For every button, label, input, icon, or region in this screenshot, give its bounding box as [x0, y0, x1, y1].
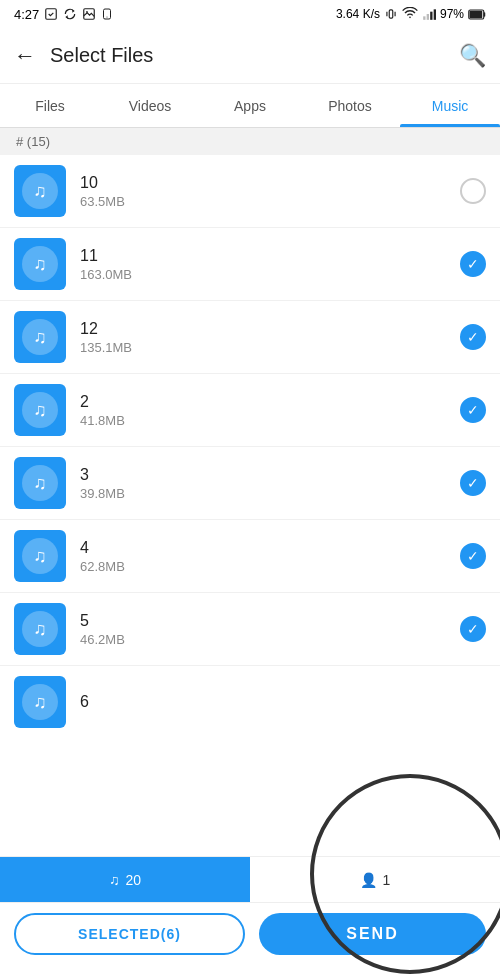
checkbox[interactable]: ✓ — [460, 470, 486, 496]
file-size: 62.8MB — [80, 559, 460, 574]
status-bar: 4:27 3.64 K/s 97% — [0, 0, 500, 28]
bottom-tab-music[interactable]: ♫ 20 — [0, 857, 250, 902]
svg-marker-2 — [66, 15, 68, 19]
back-button[interactable]: ← — [14, 45, 36, 67]
svg-rect-10 — [430, 12, 432, 20]
list-item[interactable]: ♫ 6 — [0, 666, 500, 738]
tab-bar: Files Videos Apps Photos Music — [0, 84, 500, 128]
svg-rect-0 — [46, 9, 57, 20]
music-note-icon: ♫ — [22, 319, 58, 355]
file-icon: ♫ — [14, 238, 66, 290]
file-info: 3 39.8MB — [80, 466, 460, 501]
file-icon: ♫ — [14, 603, 66, 655]
header: ← Select Files 🔍 — [0, 28, 500, 84]
file-icon: ♫ — [14, 311, 66, 363]
phone-icon — [101, 7, 113, 21]
checkbox[interactable] — [460, 178, 486, 204]
bottom-tabs: ♫ 20 👤 1 — [0, 857, 500, 903]
file-info: 4 62.8MB — [80, 539, 460, 574]
file-name: 12 — [80, 320, 460, 338]
gallery-icon — [82, 7, 96, 21]
file-name: 10 — [80, 174, 460, 192]
list-item[interactable]: ♫ 3 39.8MB ✓ — [0, 447, 500, 520]
vibrate-icon — [384, 7, 398, 21]
file-name: 4 — [80, 539, 460, 557]
status-time: 4:27 — [14, 7, 113, 22]
list-item[interactable]: ♫ 12 135.1MB ✓ — [0, 301, 500, 374]
bottom-bar: ♫ 20 👤 1 SELECTED(6) SEND — [0, 856, 500, 976]
music-tab-count: 20 — [125, 872, 141, 888]
music-note-icon: ♫ — [22, 611, 58, 647]
file-icon: ♫ — [14, 457, 66, 509]
bottom-actions: SELECTED(6) SEND — [0, 903, 500, 965]
send-button[interactable]: SEND — [259, 913, 486, 955]
svg-rect-8 — [423, 16, 425, 20]
tab-apps[interactable]: Apps — [200, 84, 300, 127]
music-note-icon: ♫ — [22, 684, 58, 720]
file-size: 163.0MB — [80, 267, 460, 282]
list-item[interactable]: ♫ 11 163.0MB ✓ — [0, 228, 500, 301]
svg-rect-7 — [389, 10, 393, 18]
file-info: 11 163.0MB — [80, 247, 460, 282]
list-item[interactable]: ♫ 5 46.2MB ✓ — [0, 593, 500, 666]
checkbox[interactable]: ✓ — [460, 324, 486, 350]
file-name: 2 — [80, 393, 460, 411]
search-button[interactable]: 🔍 — [459, 43, 486, 69]
tab-photos[interactable]: Photos — [300, 84, 400, 127]
tab-videos[interactable]: Videos — [100, 84, 200, 127]
bottom-tab-contacts[interactable]: 👤 1 — [250, 857, 500, 902]
time-display: 4:27 — [14, 7, 39, 22]
section-header: # (15) — [0, 128, 500, 155]
checkbox[interactable]: ✓ — [460, 397, 486, 423]
svg-point-6 — [107, 17, 108, 18]
tab-music[interactable]: Music — [400, 84, 500, 127]
checkbox[interactable]: ✓ — [460, 616, 486, 642]
wifi-icon — [402, 7, 418, 21]
list-item[interactable]: ♫ 2 41.8MB ✓ — [0, 374, 500, 447]
file-size: 46.2MB — [80, 632, 460, 647]
file-info: 10 63.5MB — [80, 174, 460, 209]
list-item[interactable]: ♫ 10 63.5MB — [0, 155, 500, 228]
status-right: 3.64 K/s 97% — [336, 7, 486, 21]
list-item[interactable]: ♫ 4 62.8MB ✓ — [0, 520, 500, 593]
file-info: 6 — [80, 693, 486, 711]
svg-rect-11 — [434, 9, 436, 19]
file-icon: ♫ — [14, 165, 66, 217]
music-note-icon: ♫ — [22, 173, 58, 209]
file-size: 63.5MB — [80, 194, 460, 209]
file-size: 135.1MB — [80, 340, 460, 355]
file-name: 5 — [80, 612, 460, 630]
music-note-icon: ♫ — [22, 246, 58, 282]
music-note-icon: ♫ — [22, 465, 58, 501]
battery-display: 97% — [440, 7, 464, 21]
contacts-tab-icon: 👤 — [360, 872, 377, 888]
file-size: 41.8MB — [80, 413, 460, 428]
svg-rect-13 — [484, 12, 486, 17]
file-name: 3 — [80, 466, 460, 484]
selected-button[interactable]: SELECTED(6) — [14, 913, 245, 955]
file-list: ♫ 10 63.5MB ♫ 11 163.0MB ✓ ♫ 12 135.1MB … — [0, 155, 500, 853]
file-icon: ♫ — [14, 676, 66, 728]
battery-icon — [468, 9, 486, 20]
music-tab-icon: ♫ — [109, 872, 120, 888]
sync-icon — [63, 7, 77, 21]
music-note-icon: ♫ — [22, 538, 58, 574]
file-info: 2 41.8MB — [80, 393, 460, 428]
page-title: Select Files — [50, 44, 459, 67]
svg-marker-1 — [73, 9, 75, 13]
screenshot-icon — [44, 7, 58, 21]
file-info: 12 135.1MB — [80, 320, 460, 355]
file-name: 11 — [80, 247, 460, 265]
file-name: 6 — [80, 693, 486, 711]
file-icon: ♫ — [14, 384, 66, 436]
tab-files[interactable]: Files — [0, 84, 100, 127]
file-icon: ♫ — [14, 530, 66, 582]
signal-icon — [422, 7, 436, 21]
checkbox[interactable]: ✓ — [460, 251, 486, 277]
file-size: 39.8MB — [80, 486, 460, 501]
music-note-icon: ♫ — [22, 392, 58, 428]
svg-rect-9 — [427, 14, 429, 20]
checkbox[interactable]: ✓ — [460, 543, 486, 569]
contacts-tab-count: 1 — [383, 872, 391, 888]
network-speed: 3.64 K/s — [336, 7, 380, 21]
